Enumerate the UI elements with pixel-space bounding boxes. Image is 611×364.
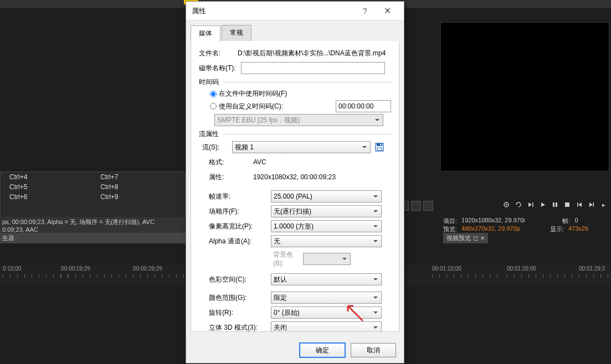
timeline-mark: 00:00:19;29	[61, 266, 90, 272]
ok-button[interactable]: 确定	[300, 343, 345, 357]
shortcut-cell: Ctrl+5	[9, 183, 100, 191]
help-button[interactable]: ?	[354, 7, 376, 15]
tab-general[interactable]: 常规	[222, 25, 251, 41]
stream-dropdown[interactable]: 视频 1	[232, 141, 371, 153]
save-icon[interactable]	[374, 142, 385, 153]
framerate-label: 帧速率:	[199, 192, 271, 201]
play-icon[interactable]	[538, 200, 548, 210]
dialog-body: 文件名: D:\影视后期\视频素材\非实拍...\DNA蓝色背景.mp4 磁带名…	[191, 41, 399, 332]
timecode-custom-input[interactable]	[336, 100, 391, 112]
timecode-file-radio[interactable]	[210, 91, 217, 97]
timecode-file-radio-row[interactable]: 在文件中使用时间码(F)	[210, 89, 391, 98]
preview-label: 预览:	[443, 225, 457, 233]
tape-label: 磁带名称(T):	[199, 64, 241, 73]
stereo-dropdown[interactable]: 关闭	[271, 321, 382, 332]
par-dropdown[interactable]: 1.0000 (方形)	[271, 220, 382, 232]
stream-value: 视频 1	[235, 143, 254, 152]
fieldorder-dropdown[interactable]: 无(逐行扫描)	[271, 205, 382, 217]
framerate-dropdown[interactable]: 25.000 (PAL)	[271, 190, 382, 202]
rotation-value: 0° (原始)	[274, 308, 300, 318]
preview-tag-label: 视频预览	[446, 234, 471, 242]
prev-icon[interactable]	[574, 200, 584, 210]
pause-icon[interactable]	[550, 200, 560, 210]
svg-rect-6	[577, 202, 578, 207]
play-start-icon[interactable]	[526, 200, 536, 210]
filename-label: 文件名:	[199, 49, 238, 58]
rotation-dropdown[interactable]: 0° (原始)	[271, 306, 382, 319]
colorrange-dropdown[interactable]: 限定	[271, 292, 382, 304]
timeline-mark: 00:00:29;29	[133, 266, 162, 272]
timecode-header-text: 时间码	[199, 77, 219, 87]
tool-button-2[interactable]	[411, 201, 421, 211]
svg-rect-7	[593, 202, 594, 207]
status-line-3: 生器	[0, 233, 186, 243]
video-preview-area	[440, 22, 609, 171]
timecode-file-label: 在文件中使用时间码(F)	[219, 89, 287, 98]
stream-header: 流属性	[199, 129, 391, 139]
end-icon[interactable]: ▸	[599, 200, 609, 210]
format-label: 格式:	[199, 158, 253, 167]
pin-icon[interactable]: ◻	[473, 235, 478, 242]
record-icon[interactable]	[501, 200, 511, 210]
tape-input[interactable]	[241, 62, 385, 74]
timeline-mark: 00:01:29;2	[579, 266, 605, 272]
svg-rect-2	[532, 202, 533, 207]
par-label: 像素高宽比(P):	[199, 222, 271, 231]
project-label: 项目:	[443, 217, 457, 225]
close-icon[interactable]: ✕	[480, 235, 485, 241]
display-label: 显示:	[550, 225, 564, 233]
project-value: 1920x1080x32, 29.970i	[461, 217, 525, 225]
rotation-label: 旋转(R):	[199, 308, 271, 318]
fieldorder-value: 无(逐行扫描)	[274, 207, 311, 216]
stop-icon[interactable]	[562, 200, 572, 210]
format-value: AVC	[253, 158, 391, 166]
colorrange-label: 颜色范围(G):	[199, 293, 271, 303]
shortcut-cell: Ctrl+4	[9, 173, 100, 181]
cancel-button[interactable]: 取消	[351, 343, 396, 357]
shortcut-cell: Ctrl+7	[100, 173, 176, 181]
svg-rect-11	[380, 144, 381, 145]
fieldorder-label: 场顺序(F):	[199, 207, 271, 216]
stereo-value: 关闭	[274, 323, 287, 332]
stream-label: 流(S):	[199, 143, 232, 152]
info-panel: 项目: 1920x1080x32, 29.970i 帧: 0 预览: 480x2…	[443, 217, 588, 233]
colorspace-dropdown[interactable]: 默认	[271, 273, 382, 285]
next-icon[interactable]	[587, 200, 597, 210]
loop-icon[interactable]	[514, 200, 523, 210]
svg-rect-10	[377, 148, 382, 150]
dialog-footer: 确定 取消	[300, 343, 396, 357]
colorspace-value: 默认	[274, 275, 287, 284]
svg-rect-9	[377, 143, 382, 146]
colorspace-label: 色彩空间(C):	[199, 275, 271, 284]
timecode-custom-radio-row[interactable]: 使用自定义时间码(C):	[210, 100, 391, 112]
shortcut-cell: Ctrl+6	[9, 193, 100, 201]
timecode-custom-radio[interactable]	[210, 103, 217, 110]
bgcolor-label: 背景色(B):	[199, 250, 303, 267]
stream-header-text: 流属性	[199, 129, 219, 139]
stereo-label: 立体 3D 模式(3):	[199, 323, 271, 332]
properties-dialog: 属性 ? ✕ 媒体 常规 文件名: D:\影视后期\视频素材\非实拍...\DN…	[186, 1, 404, 363]
transport-controls: ▸	[501, 200, 609, 210]
tab-bar: 媒体 常规	[186, 20, 404, 41]
attr-label: 属性:	[199, 173, 253, 182]
alpha-dropdown[interactable]: 无	[271, 235, 382, 247]
preview-tag: 视频预览 ◻ ✕	[443, 233, 488, 243]
display-value: 473x26	[568, 225, 588, 233]
close-button[interactable]: ✕	[376, 6, 398, 16]
bgcolor-swatch	[303, 253, 351, 265]
dialog-title: 属性	[192, 6, 354, 16]
timecode-format-dropdown[interactable]: SMPTE EBU (25 fps，视频)	[214, 114, 383, 126]
timeline-mark: 00:01:20;00	[507, 266, 536, 272]
alpha-value: 无	[274, 237, 280, 246]
svg-point-1	[506, 204, 507, 206]
dialog-titlebar[interactable]: 属性 ? ✕	[186, 2, 404, 20]
frame-label: 帧:	[562, 217, 570, 225]
svg-rect-5	[565, 202, 569, 207]
tab-media[interactable]: 媒体	[191, 25, 220, 41]
framerate-value: 25.000 (PAL)	[274, 193, 312, 200]
colorrange-value: 限定	[274, 293, 287, 303]
timecode-custom-label: 使用自定义时间码(C):	[219, 102, 283, 111]
timecode-format-value: SMPTE EBU (25 fps，视频)	[217, 116, 300, 125]
tool-button-3[interactable]	[423, 201, 433, 211]
timecode-header: 时间码	[199, 77, 391, 87]
